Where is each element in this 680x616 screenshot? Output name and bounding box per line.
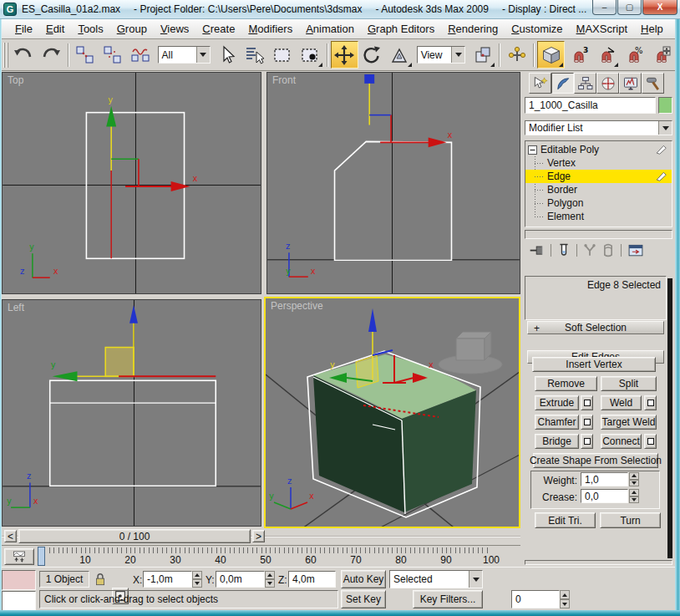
extrude-settings-button[interactable] [581, 395, 593, 410]
reference-coordinate-dropdown[interactable]: View [417, 46, 465, 64]
bridge-button[interactable]: Bridge [535, 434, 579, 449]
viewport-front[interactable]: Front x z y x [266, 72, 520, 294]
bind-to-space-warp-button[interactable] [127, 41, 155, 69]
menu-modifiers[interactable]: Modifiers [241, 21, 299, 37]
rollout-soft-selection[interactable]: +Soft Selection [527, 321, 664, 334]
menu-animation[interactable]: Animation [299, 21, 361, 37]
menu-graph-editors[interactable]: Graph Editors [361, 21, 441, 37]
connect-button[interactable]: Connect [601, 434, 642, 449]
time-slider-handle[interactable]: 0 / 100 [18, 529, 251, 543]
make-unique-button[interactable] [581, 242, 599, 258]
object-color-swatch[interactable] [658, 97, 672, 114]
tab-create[interactable] [529, 73, 551, 94]
spinner-snap-button[interactable] [647, 41, 675, 69]
tab-modify[interactable] [551, 73, 574, 94]
maxscript-listener-white[interactable] [2, 591, 36, 611]
set-key-button[interactable]: Set Key [341, 590, 386, 608]
show-end-result-button[interactable] [555, 242, 573, 258]
stack-item-vertex[interactable]: Vertex [525, 156, 672, 170]
stack-item-polygon[interactable]: Polygon [525, 196, 672, 210]
insert-vertex-button[interactable]: Insert Vertex [532, 357, 656, 372]
select-object-button[interactable] [214, 41, 241, 69]
tab-display[interactable] [619, 73, 642, 94]
remove-modifier-button[interactable] [599, 242, 617, 258]
frame-spinner[interactable] [560, 590, 570, 608]
tab-motion[interactable] [596, 73, 619, 94]
viewport-top[interactable]: Top y x y z x [2, 72, 261, 294]
stack-item-border[interactable]: Border [525, 183, 672, 196]
app-icon[interactable]: G [3, 3, 17, 16]
y-coordinate-field[interactable]: 0,0m [216, 571, 265, 588]
undo-button[interactable] [10, 41, 38, 69]
track-bar-frame-marker[interactable] [38, 547, 45, 566]
stack-item-editable-poly[interactable]: Editable Poly [525, 143, 672, 156]
angle-snap-button[interactable] [592, 41, 620, 69]
y-spinner[interactable] [265, 571, 275, 588]
key-filters-button[interactable]: Key Filters... [413, 590, 483, 608]
modifier-list-dropdown[interactable]: Modifier List [525, 120, 672, 135]
viewport-top-label[interactable]: Top [8, 74, 23, 86]
extrude-button[interactable]: Extrude [535, 395, 579, 410]
weight-spinner[interactable] [629, 472, 639, 486]
remove-button[interactable]: Remove [535, 376, 597, 391]
turn-button[interactable]: Turn [600, 512, 661, 528]
viewport-perspective[interactable]: Perspective [264, 297, 520, 528]
time-slider-next-button[interactable]: > [252, 530, 265, 542]
snaps-toggle-button[interactable] [537, 41, 565, 69]
edit-tri-button[interactable]: Edit Tri. [535, 512, 596, 528]
tab-utilities[interactable] [642, 73, 664, 94]
configure-modifier-sets-button[interactable] [625, 242, 647, 258]
select-by-name-button[interactable] [241, 41, 269, 69]
selection-lock-button[interactable] [92, 571, 109, 588]
menu-help[interactable]: Help [634, 21, 670, 37]
x-spinner[interactable] [192, 571, 202, 588]
menu-tools[interactable]: Tools [71, 21, 109, 37]
crease-spinner[interactable] [629, 489, 639, 503]
current-frame-field[interactable]: 0 [511, 590, 560, 608]
menu-customize[interactable]: Customize [505, 21, 569, 37]
chamfer-button[interactable]: Chamfer [535, 415, 579, 430]
collapse-minus-icon[interactable] [528, 145, 537, 155]
close-button[interactable]: X [642, 0, 677, 15]
menu-file[interactable]: File [8, 21, 39, 37]
weight-field[interactable]: 1,0 [581, 472, 628, 486]
menu-maxscript[interactable]: MAXScript [570, 21, 634, 37]
stack-item-element[interactable]: Element [525, 210, 672, 223]
dropdown-arrow-icon[interactable] [469, 571, 482, 588]
title-bar[interactable]: G ES_Casilla_01a2.max - Project Folder: … [0, 0, 680, 19]
x-coordinate-field[interactable]: -1,0m [143, 571, 192, 588]
selection-filter-dropdown[interactable]: All [158, 46, 211, 64]
use-pivot-point-button[interactable] [469, 41, 496, 69]
tab-hierarchy[interactable] [574, 73, 596, 94]
key-filter-dropdown[interactable]: Selected [389, 570, 483, 588]
weld-settings-button[interactable] [644, 395, 657, 410]
connect-settings-button[interactable] [644, 434, 657, 449]
menu-edit[interactable]: Edit [39, 21, 71, 37]
window-crossing-toggle-button[interactable] [297, 41, 324, 69]
viewport-left-label[interactable]: Left [8, 302, 24, 313]
select-and-scale-button[interactable] [386, 41, 414, 69]
pin-stack-button[interactable] [527, 242, 547, 258]
target-weld-button[interactable]: Target Weld [601, 415, 657, 430]
maximize-button[interactable]: ▢ [617, 0, 642, 15]
z-coordinate-field[interactable]: 4,0m [288, 571, 336, 588]
redo-button[interactable] [38, 41, 65, 69]
menu-group[interactable]: Group [110, 21, 154, 37]
snap-3-button[interactable]: 3 [565, 41, 592, 69]
toolbar-grip[interactable] [3, 43, 8, 68]
create-shape-from-selection-button[interactable]: Create Shape From Selection [533, 453, 658, 468]
bridge-settings-button[interactable] [581, 434, 593, 449]
select-and-rotate-button[interactable] [358, 41, 386, 69]
unlink-selection-button[interactable] [99, 41, 127, 69]
weld-button[interactable]: Weld [601, 395, 642, 410]
dropdown-arrow-icon[interactable] [658, 121, 672, 135]
menu-create[interactable]: Create [195, 21, 241, 37]
menu-rendering[interactable]: Rendering [441, 21, 505, 37]
stack-item-edge[interactable]: Edge [525, 170, 672, 183]
crease-field[interactable]: 0,0 [581, 489, 628, 503]
split-button[interactable]: Split [601, 376, 657, 391]
rectangular-selection-region-button[interactable] [269, 41, 297, 69]
viewport-front-label[interactable]: Front [272, 74, 296, 86]
select-and-manipulate-button[interactable] [503, 41, 530, 69]
select-and-link-button[interactable] [72, 41, 99, 69]
